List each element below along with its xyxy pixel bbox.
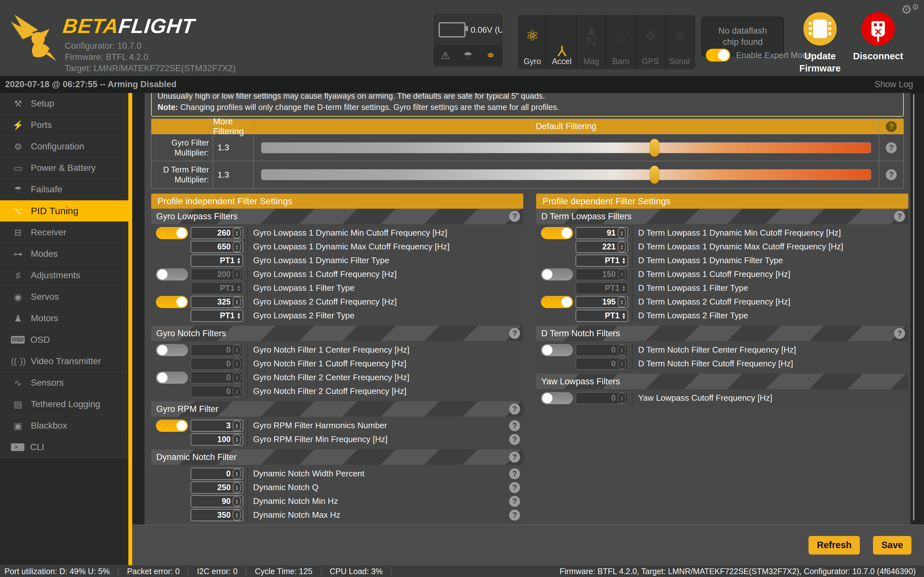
value-input[interactable]: 150 <box>575 268 628 280</box>
scrollbar-thumb[interactable] <box>913 94 914 521</box>
value-input[interactable]: 350 <box>191 509 243 521</box>
help-icon[interactable] <box>509 434 520 445</box>
value-input[interactable]: 90 <box>191 495 243 508</box>
sidebar-item-sensors[interactable]: ∿ Sensors <box>0 372 128 394</box>
value-input[interactable]: 195 <box>575 296 628 308</box>
toggle-switch[interactable] <box>156 372 188 384</box>
sidebar-item-cli[interactable]: >_ CLI <box>0 437 128 458</box>
sidebar-item-osd[interactable]: OSD OSD <box>0 329 128 351</box>
number-spinner-icon[interactable] <box>618 297 626 308</box>
toggle-switch[interactable] <box>541 344 573 356</box>
value-input[interactable]: 0 <box>191 385 243 398</box>
select-arrows-icon[interactable] <box>236 285 241 292</box>
help-icon[interactable] <box>886 169 897 180</box>
value-input[interactable]: PT1 <box>191 255 243 267</box>
sidebar-item-failsafe[interactable]: ☂ Failsafe <box>0 179 128 200</box>
value-input[interactable]: 250 <box>191 482 243 494</box>
value-input[interactable]: 221 <box>575 241 628 253</box>
expert-mode-toggle[interactable] <box>706 49 730 61</box>
number-spinner-icon[interactable] <box>233 386 241 397</box>
toggle-switch[interactable] <box>541 392 573 404</box>
sidebar-item-servos[interactable]: ◉ Servos <box>0 286 128 308</box>
select-arrows-icon[interactable] <box>236 257 241 264</box>
sidebar-item-blackbox[interactable]: ▣ Blackbox <box>0 415 128 437</box>
save-button[interactable]: Save <box>873 536 911 554</box>
number-spinner-icon[interactable] <box>233 227 241 239</box>
value-input[interactable]: 0 <box>191 344 243 356</box>
select-arrows-icon[interactable] <box>236 312 241 319</box>
number-spinner-icon[interactable] <box>618 358 626 369</box>
number-spinner-icon[interactable] <box>233 496 241 507</box>
sidebar-item-modes[interactable]: ⊶ Modes <box>0 243 128 265</box>
value-input[interactable]: 0 <box>575 358 628 370</box>
number-spinner-icon[interactable] <box>233 297 241 308</box>
number-spinner-icon[interactable] <box>233 345 241 356</box>
help-icon[interactable] <box>509 496 520 507</box>
sidebar-item-tethered-logging[interactable]: ▤ Tethered Logging <box>0 394 128 415</box>
value-input[interactable]: PT1 <box>575 282 628 294</box>
number-spinner-icon[interactable] <box>618 393 626 404</box>
value-input[interactable]: 0 <box>575 344 628 356</box>
toggle-switch[interactable] <box>156 296 188 308</box>
sidebar-item-receiver[interactable]: ⊟ Receiver <box>0 222 128 243</box>
select-arrows-icon[interactable] <box>622 312 626 319</box>
sidebar-item-ports[interactable]: ⚡ Ports <box>0 114 128 136</box>
help-icon[interactable] <box>509 510 520 521</box>
number-spinner-icon[interactable] <box>233 434 241 445</box>
help-icon[interactable] <box>509 404 520 414</box>
value-input[interactable]: 0 <box>191 372 243 384</box>
sidebar-item-pid-tuning[interactable]: ⌥ PID Tuning <box>0 200 128 222</box>
value-input[interactable]: 0 <box>191 468 243 480</box>
show-log-button[interactable]: Show Log <box>875 79 913 89</box>
select-arrows-icon[interactable] <box>622 257 626 264</box>
sidebar-item-configuration[interactable]: ⚙ Configuration <box>0 136 128 157</box>
sidebar-item-setup[interactable]: ⚒ Setup <box>0 93 128 114</box>
toggle-switch[interactable] <box>156 227 188 239</box>
disconnect-button[interactable]: ✕ Disconnect <box>846 12 910 62</box>
number-spinner-icon[interactable] <box>233 510 241 521</box>
slider-handle[interactable] <box>650 139 659 157</box>
help-icon[interactable] <box>509 482 520 493</box>
number-spinner-icon[interactable] <box>618 269 626 280</box>
sidebar-item-power-battery[interactable]: ▭ Power & Battery <box>0 157 128 179</box>
toggle-switch[interactable] <box>156 344 188 356</box>
select-arrows-icon[interactable] <box>622 285 626 292</box>
value-input[interactable]: 3 <box>191 420 243 432</box>
value-input[interactable]: 0 <box>575 392 628 404</box>
value-input[interactable]: PT1 <box>191 282 243 294</box>
value-input[interactable]: 0 <box>191 358 243 370</box>
number-spinner-icon[interactable] <box>233 482 241 493</box>
value-input[interactable]: 100 <box>191 434 243 446</box>
value-input[interactable]: PT1 <box>575 309 628 322</box>
number-spinner-icon[interactable] <box>618 345 626 356</box>
sidebar-item-motors[interactable]: ♟ Motors <box>0 308 128 329</box>
slider-handle[interactable] <box>650 166 659 184</box>
value-input[interactable]: 260 <box>191 227 243 239</box>
toggle-switch[interactable] <box>541 227 573 239</box>
sidebar-item-adjustments[interactable]: ♯ Adjustments <box>0 265 128 286</box>
help-icon[interactable] <box>509 420 520 431</box>
number-spinner-icon[interactable] <box>233 468 241 479</box>
number-spinner-icon[interactable] <box>618 227 626 239</box>
help-icon[interactable] <box>886 142 897 153</box>
value-input[interactable]: 91 <box>575 227 628 239</box>
help-icon[interactable] <box>894 328 905 339</box>
gyro-multiplier-slider[interactable] <box>261 142 871 153</box>
settings-gears-icon[interactable]: ⚙⚙ <box>901 3 919 17</box>
number-spinner-icon[interactable] <box>233 358 241 369</box>
value-input[interactable]: PT1 <box>575 255 628 267</box>
number-spinner-icon[interactable] <box>233 372 241 383</box>
refresh-button[interactable]: Refresh <box>809 536 860 554</box>
toggle-switch[interactable] <box>156 420 188 432</box>
update-firmware-button[interactable]: Update Firmware <box>795 12 846 74</box>
value-input[interactable]: PT1 <box>191 309 243 322</box>
toggle-switch[interactable] <box>156 268 188 280</box>
value-input[interactable]: 325 <box>191 296 243 308</box>
number-spinner-icon[interactable] <box>233 242 241 252</box>
help-icon[interactable] <box>886 121 897 132</box>
help-icon[interactable] <box>509 328 520 339</box>
value-input[interactable]: 650 <box>191 241 243 253</box>
number-spinner-icon[interactable] <box>233 269 241 280</box>
number-spinner-icon[interactable] <box>233 420 241 431</box>
dterm-multiplier-slider[interactable] <box>261 169 871 180</box>
